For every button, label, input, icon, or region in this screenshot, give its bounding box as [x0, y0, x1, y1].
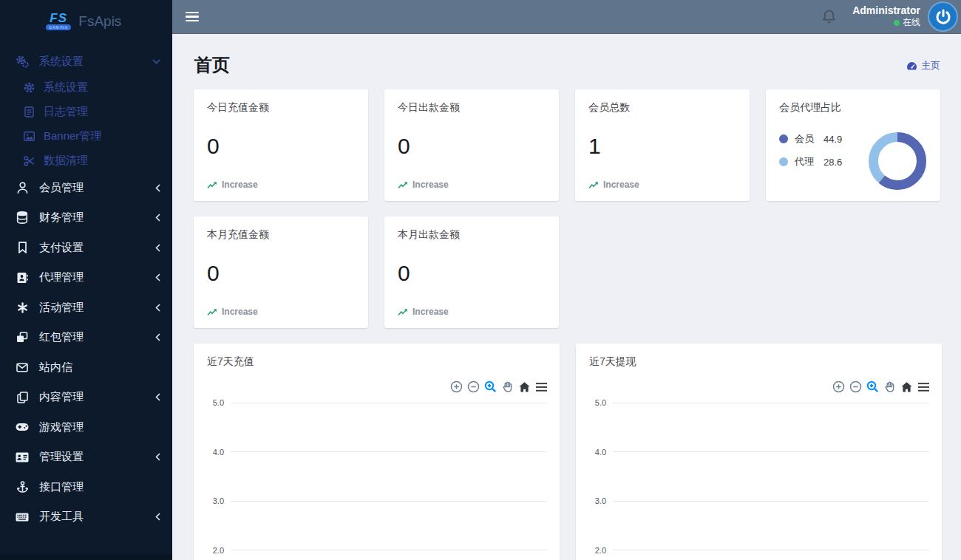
stat-value: 0	[398, 134, 546, 159]
user-icon	[15, 182, 30, 194]
legend-label: 代理	[795, 155, 814, 168]
chevron-left-icon	[155, 304, 160, 312]
power-icon	[935, 9, 951, 25]
sidebar-item-label: 代理管理	[39, 270, 84, 284]
copy-icon	[15, 392, 30, 403]
sidebar-item-label: 开发工具	[39, 510, 84, 524]
database-icon	[15, 211, 30, 224]
menu-icon[interactable]	[535, 382, 548, 392]
zoom-out-icon[interactable]	[467, 380, 480, 393]
pan-icon[interactable]	[883, 380, 896, 393]
sidebar-item-log-management[interactable]: 日志管理	[0, 100, 172, 124]
avatar-power-button[interactable]	[928, 1, 958, 32]
sidebar-item-game-management[interactable]: 游戏管理	[0, 412, 172, 443]
gamepad-icon	[15, 423, 30, 431]
main-content: 首页 主页 今日充值金额 0 Increase 今日出款金额 0 Incr	[172, 34, 961, 560]
sidebar-item-activity-management[interactable]: 活动管理	[0, 293, 172, 323]
notifications-bell-icon[interactable]	[822, 9, 836, 24]
zoom-out-icon[interactable]	[849, 380, 862, 393]
sidebar-item-admin-settings[interactable]: 管理设置	[0, 443, 172, 473]
stat-footer-label: Increase	[222, 180, 258, 190]
legend-dot-member	[779, 134, 788, 143]
sidebar-item-api-management[interactable]: 接口管理	[0, 472, 172, 502]
sidebar-item-label: 红包管理	[39, 330, 84, 344]
stat-value: 1	[588, 134, 736, 159]
sidebar-item-payment-settings[interactable]: 支付设置	[0, 233, 172, 263]
stat-footer-label: Increase	[603, 180, 639, 190]
trend-up-icon	[588, 181, 599, 189]
chart-toolbar	[450, 380, 548, 393]
selection-zoom-icon[interactable]	[484, 380, 497, 393]
stat-card-month-deposit: 本月充值金额 0 Increase	[194, 216, 368, 328]
sidebar-item-redpacket-management[interactable]: 红包管理	[0, 323, 172, 353]
sidebar-item-dev-tools[interactable]: 开发工具	[0, 502, 172, 533]
home-icon[interactable]	[518, 381, 531, 393]
page-title: 首页	[194, 53, 230, 77]
chart-card-7day-deposit: 近7天充值 5.0	[194, 344, 560, 560]
ytick-5: 5.0	[194, 398, 560, 407]
sidebar-toggle-button[interactable]	[186, 10, 199, 24]
address-book-icon	[15, 272, 30, 284]
chart-toolbar	[832, 380, 930, 393]
sidebar-item-data-cleanup[interactable]: 数据清理	[0, 148, 172, 173]
chevron-down-icon	[152, 59, 160, 64]
ytick-4: 4.0	[194, 448, 560, 457]
sidebar-item-banner-management[interactable]: Banner管理	[0, 124, 172, 148]
user-block[interactable]: Administrator 在线	[852, 4, 920, 29]
home-icon[interactable]	[900, 381, 913, 393]
ytick-5: 5.0	[576, 398, 942, 407]
ytick-3: 3.0	[576, 496, 942, 505]
ytick-2: 2.0	[576, 546, 942, 555]
file-icon	[23, 106, 35, 117]
sidebar-item-site-mail[interactable]: 站内信	[0, 352, 172, 383]
stat-card-today-deposit: 今日充值金额 0 Increase	[194, 89, 368, 201]
stat-card-month-withdraw: 本月出款金额 0 Increase	[384, 216, 559, 328]
sidebar-item-label: 活动管理	[39, 301, 84, 315]
sidebar-item-member-management[interactable]: 会员管理	[0, 173, 172, 203]
legend-item-member[interactable]: 会员 44.9	[779, 132, 842, 146]
ytick-4: 4.0	[576, 448, 942, 457]
menu-icon[interactable]	[917, 382, 930, 392]
sidebar-item-label: 日志管理	[44, 105, 88, 119]
sidebar-item-system-settings[interactable]: 系统设置	[0, 75, 172, 100]
sidebar: FS GAMING FsApis 系统设置	[0, 0, 172, 560]
sidebar-item-agent-management[interactable]: 代理管理	[0, 263, 172, 293]
chart-card-7day-withdraw: 近7天提现 5.0	[576, 344, 942, 560]
sidebar-item-label: Banner管理	[44, 129, 101, 143]
sidebar-item-label: 数据清理	[44, 154, 88, 168]
keyboard-icon	[15, 513, 30, 522]
sidebar-item-label: 系统设置	[44, 81, 88, 95]
chevron-left-icon	[155, 513, 160, 521]
sidebar-item-label: 内容管理	[39, 390, 84, 404]
legend-item-agent[interactable]: 代理 28.6	[779, 155, 842, 168]
chevron-left-icon	[155, 244, 160, 252]
sidebar-item-label: 支付设置	[39, 241, 84, 255]
stat-card-today-withdraw: 今日出款金额 0 Increase	[384, 89, 559, 201]
cogs-icon	[15, 55, 30, 68]
breadcrumb[interactable]: 主页	[906, 59, 940, 72]
donut-card-member-agent-ratio: 会员代理占比 会员 44.9 代理 28.6	[766, 89, 940, 201]
sidebar-item-label: 财务管理	[39, 211, 84, 225]
logo-text: FS	[50, 13, 67, 24]
app-name: FsApis	[78, 13, 121, 30]
chevron-left-icon	[155, 393, 160, 401]
stat-footer-label: Increase	[412, 180, 449, 190]
sidebar-item-system-settings-group[interactable]: 系统设置	[0, 47, 172, 75]
online-status-dot	[894, 20, 900, 26]
trend-up-icon	[207, 181, 217, 189]
sidebar-item-label: 管理设置	[39, 450, 84, 464]
chart-title: 近7天充值	[194, 344, 560, 369]
ytick-2: 2.0	[194, 546, 560, 555]
donut-chart[interactable]	[864, 128, 931, 194]
brand[interactable]: FS GAMING FsApis	[0, 0, 172, 43]
sidebar-item-content-management[interactable]: 内容管理	[0, 383, 172, 413]
trend-up-icon	[398, 181, 408, 189]
scissors-icon	[23, 156, 35, 166]
stat-card-total-members: 会员总数 1 Increase	[575, 89, 750, 201]
selection-zoom-icon[interactable]	[866, 380, 879, 393]
legend-value: 44.9	[824, 134, 842, 145]
zoom-in-icon[interactable]	[450, 380, 463, 393]
pan-icon[interactable]	[501, 380, 514, 393]
zoom-in-icon[interactable]	[832, 380, 845, 393]
sidebar-item-finance-management[interactable]: 财务管理	[0, 203, 172, 233]
